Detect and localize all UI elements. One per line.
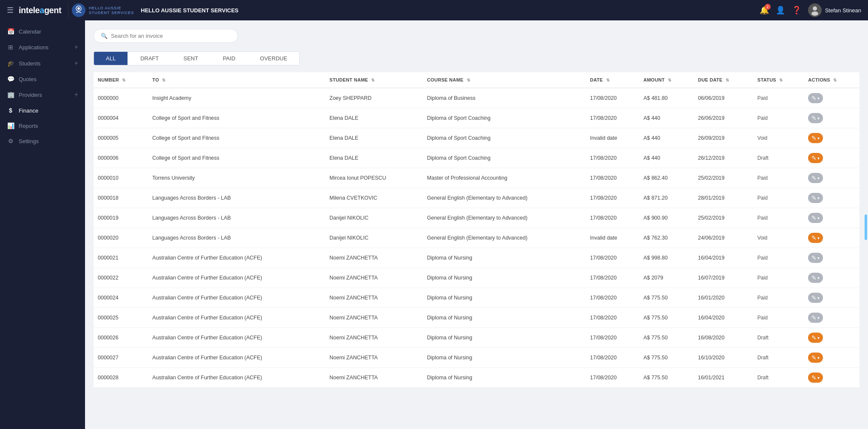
sidebar-item-providers[interactable]: 🏢 Providers + [0,87,85,103]
sidebar: 📅 Calendar ⊞ Applications + 🎓 Students +… [0,20,85,429]
edit-icon: ✎ [811,374,817,381]
user-area[interactable]: Stefan Stinean [808,3,861,17]
sidebar-label-applications: Applications [19,44,48,51]
edit-icon: ✎ [811,294,817,301]
table-row: 0000006 College of Sport and Fitness Ele… [94,148,859,168]
cell-to: Australian Centre of Further Education (… [148,288,325,308]
col-student[interactable]: STUDENT NAME ⇅ [325,72,423,88]
user-circle-icon[interactable]: 👤 [776,6,785,15]
col-number[interactable]: NUMBER ⇅ [94,72,148,88]
cell-date: 17/08/2020 [586,268,639,288]
edit-icon: ✎ [811,135,817,141]
table-row: 0000010 Torrens University Mircea Ionut … [94,168,859,188]
col-to[interactable]: TO ⇅ [148,72,325,88]
hamburger-icon[interactable]: ☰ [7,6,14,15]
notifications-icon[interactable]: 🔔 2 [760,6,769,15]
edit-icon: ✎ [811,214,817,221]
edit-icon: ✎ [811,155,817,161]
action-button[interactable]: ✎ ▾ [808,133,823,143]
cell-course: Diploma of Nursing [423,288,586,308]
cell-number: 0000021 [94,248,148,268]
caret-icon: ▾ [817,96,820,101]
table-row: 0000005 College of Sport and Fitness Ele… [94,128,859,148]
action-button[interactable]: ✎ ▾ [808,373,823,383]
cell-date: 17/08/2020 [586,368,639,388]
org-sub-label: HELLO AUSSIE [89,6,134,10]
cell-due-date: 16/04/2020 [694,308,753,328]
col-due-date[interactable]: DUE DATE ⇅ [694,72,753,88]
add-student-icon[interactable]: + [74,59,78,67]
tab-overdue[interactable]: OVERDUE [248,52,299,65]
cell-number: 0000006 [94,148,148,168]
cell-student: Elena DALE [325,148,423,168]
action-button[interactable]: ✎ ▾ [808,173,823,183]
cell-student: Danijel NIKOLIC [325,208,423,228]
edit-icon: ✎ [811,254,817,261]
user-name: Stefan Stinean [825,7,861,14]
tab-sent[interactable]: SENT [171,52,210,65]
cell-student: Noemi ZANCHETTA [325,348,423,368]
table-row: 0000000 Insight Academy Zoey SHEPPARD Di… [94,88,859,108]
cell-date: 17/08/2020 [586,348,639,368]
action-button[interactable]: ✎ ▾ [808,213,823,223]
caret-icon: ▾ [817,375,820,380]
tab-draft[interactable]: DRAFT [128,52,170,65]
cell-date: 17/08/2020 [586,168,639,188]
cell-status: Void [753,228,804,248]
cell-actions: ✎ ▾ [804,228,859,248]
cell-to: Torrens University [148,168,325,188]
tab-paid[interactable]: PAID [211,52,247,65]
action-button[interactable]: ✎ ▾ [808,193,823,203]
cell-to: Australian Centre of Further Education (… [148,308,325,328]
cell-course: Diploma of Nursing [423,248,586,268]
action-button[interactable]: ✎ ▾ [808,273,823,283]
col-course[interactable]: COURSE NAME ⇅ [423,72,586,88]
cell-student: Milena CVETKOVIC [325,188,423,208]
sidebar-item-applications[interactable]: ⊞ Applications + [0,39,85,55]
cell-amount: A$ 2079 [639,268,694,288]
cell-status: Draft [753,348,804,368]
main-layout: 📅 Calendar ⊞ Applications + 🎓 Students +… [0,20,868,429]
col-status[interactable]: STATUS ⇅ [753,72,804,88]
action-button[interactable]: ✎ ▾ [808,153,823,163]
cell-course: General English (Elementary to Advanced) [423,208,586,228]
cell-amount: A$ 481.80 [639,88,694,108]
col-date[interactable]: DATE ⇅ [586,72,639,88]
tab-all[interactable]: ALL [94,52,128,65]
edit-icon: ✎ [811,175,817,181]
table-row: 0000028 Australian Centre of Further Edu… [94,368,859,388]
logo-area: inteleagent [19,6,61,15]
col-amount[interactable]: AMOUNT ⇅ [639,72,694,88]
cell-student: Elena DALE [325,128,423,148]
table-header-row: NUMBER ⇅ TO ⇅ STUDENT NAME ⇅ COURSE NAME… [94,72,859,88]
action-button[interactable]: ✎ ▾ [808,313,823,323]
action-button[interactable]: ✎ ▾ [808,233,823,243]
col-actions[interactable]: ACTIONS ⇅ [804,72,859,88]
cell-course: Diploma of Nursing [423,268,586,288]
caret-icon: ▾ [817,276,820,280]
scrollbar[interactable] [865,214,867,240]
caret-icon: ▾ [817,356,820,360]
cell-amount: A$ 775.50 [639,288,694,308]
sidebar-item-reports[interactable]: 📊 Reports [0,118,85,133]
sidebar-item-students[interactable]: 🎓 Students + [0,55,85,71]
cell-actions: ✎ ▾ [804,328,859,348]
action-button[interactable]: ✎ ▾ [808,333,823,343]
action-button[interactable]: ✎ ▾ [808,113,823,123]
add-application-icon[interactable]: + [74,43,78,51]
edit-icon: ✎ [811,115,817,121]
search-input[interactable] [111,33,231,39]
action-button[interactable]: ✎ ▾ [808,293,823,303]
action-button[interactable]: ✎ ▾ [808,253,823,263]
cell-student: Zoey SHEPPARD [325,88,423,108]
sidebar-item-quotes[interactable]: 💬 Quotes [0,71,85,87]
action-button[interactable]: ✎ ▾ [808,93,823,103]
edit-icon: ✎ [811,95,817,102]
add-provider-icon[interactable]: + [74,91,78,99]
action-button[interactable]: ✎ ▾ [808,353,823,363]
sidebar-item-finance[interactable]: $ Finance [0,103,85,118]
sidebar-item-settings[interactable]: ⚙ Settings [0,133,85,149]
sidebar-item-calendar[interactable]: 📅 Calendar [0,24,85,39]
help-icon[interactable]: ❓ [792,6,801,15]
calendar-icon: 📅 [7,28,14,35]
